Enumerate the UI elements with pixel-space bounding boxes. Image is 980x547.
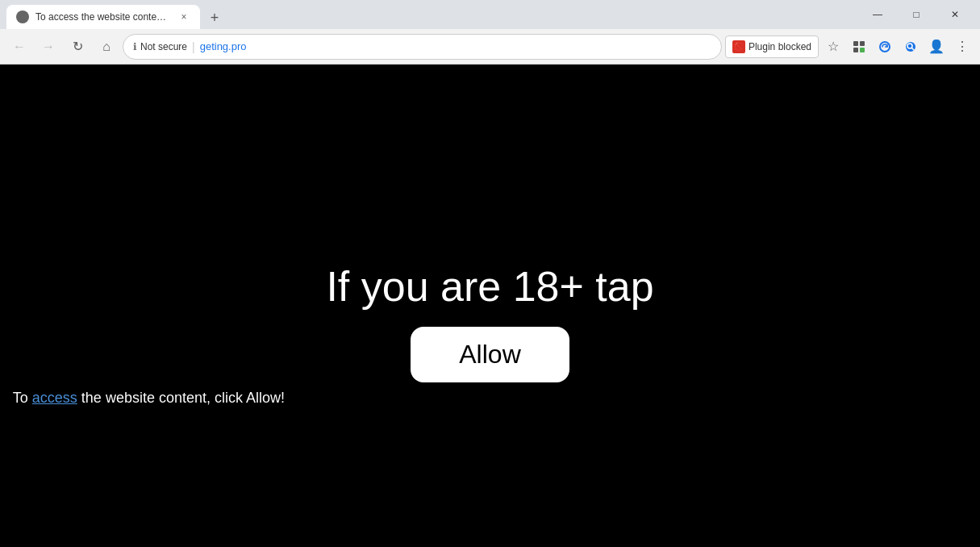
tab-favicon [16,10,29,23]
not-secure-label: Not secure [140,41,187,52]
maximize-button[interactable]: □ [898,0,935,29]
extension-search-button[interactable] [899,35,922,58]
active-tab[interactable]: To access the website content, cl × [6,5,200,29]
svg-rect-4 [860,41,865,46]
url-display[interactable]: geting.pro [200,40,711,52]
toolbar-right: 🚫 Plugin blocked ☆ [725,35,974,58]
address-bar[interactable]: ℹ Not secure | geting.pro [123,34,722,60]
svg-rect-3 [853,41,858,46]
allow-button[interactable]: Allow [411,327,569,382]
tab-area: To access the website content, cl × + [6,0,856,29]
plugin-blocked-icon: 🚫 [732,40,745,53]
main-content-area: If you are 18+ tap To access the website… [326,230,653,382]
plugin-blocked-label: Plugin blocked [749,41,811,52]
security-indicator: ℹ Not secure [133,41,187,52]
close-button[interactable]: ✕ [936,0,974,29]
reload-button[interactable]: ↻ [65,34,90,60]
access-link[interactable]: access [32,390,77,406]
address-separator: | [192,40,195,53]
extensions-grid-button[interactable] [848,35,870,58]
bookmark-button[interactable]: ☆ [822,35,844,58]
side-text-suffix: the website content, click Allow! [77,390,285,406]
forward-button[interactable]: → [35,34,61,60]
webpage-content: If you are 18+ tap To access the website… [0,65,980,547]
toolbar: ← → ↻ ⌂ ℹ Not secure | geting.pro 🚫 Plug… [0,29,980,65]
title-bar: To access the website content, cl × + — … [0,0,980,29]
extension-refresh-button[interactable] [874,35,896,58]
side-text-prefix: To [13,390,32,406]
tab-title: To access the website content, cl [35,11,171,23]
profile-button[interactable]: 👤 [925,35,948,58]
tab-close-button[interactable]: × [177,10,190,23]
window-controls: — □ ✕ [859,0,974,29]
new-tab-button[interactable]: + [203,6,226,29]
menu-button[interactable]: ⋮ [951,35,974,58]
browser-window: To access the website content, cl × + — … [0,0,980,547]
home-button[interactable]: ⌂ [94,34,119,60]
back-button[interactable]: ← [6,34,32,60]
side-text: To access the website content, click All… [11,390,286,407]
minimize-button[interactable]: — [859,0,896,29]
info-icon: ℹ [133,41,137,52]
svg-rect-5 [853,48,858,52]
main-heading: If you are 18+ tap [326,262,653,311]
svg-rect-6 [860,48,865,52]
plugin-blocked-button[interactable]: 🚫 Plugin blocked [725,35,819,58]
